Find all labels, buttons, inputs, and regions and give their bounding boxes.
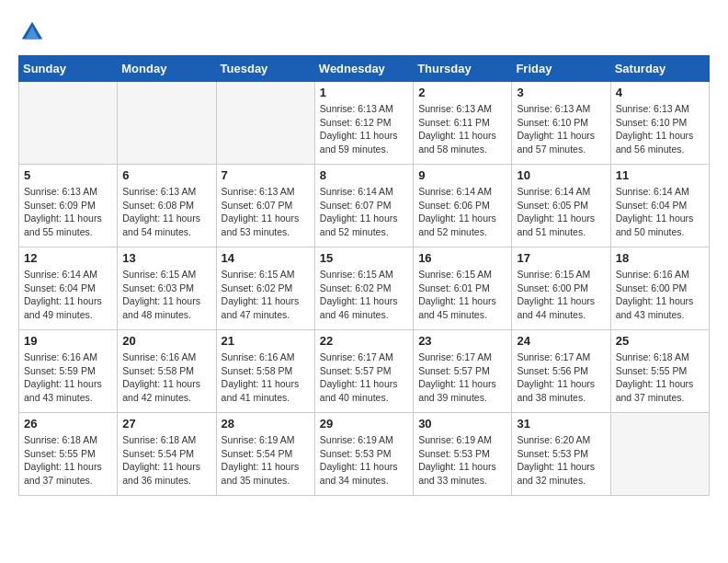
weekday-header-wednesday: Wednesday bbox=[314, 56, 413, 82]
calendar-cell: 6Sunrise: 6:13 AMSunset: 6:08 PMDaylight… bbox=[118, 165, 216, 247]
week-row-2: 5Sunrise: 6:13 AMSunset: 6:09 PMDaylight… bbox=[19, 165, 710, 247]
day-number: 6 bbox=[122, 168, 210, 182]
calendar-cell: 10Sunrise: 6:14 AMSunset: 6:05 PMDayligh… bbox=[512, 165, 610, 247]
day-number: 10 bbox=[517, 168, 605, 182]
calendar-cell: 23Sunrise: 6:17 AMSunset: 5:57 PMDayligh… bbox=[414, 330, 512, 413]
day-info: Sunrise: 6:13 AMSunset: 6:12 PMDaylight:… bbox=[320, 102, 408, 156]
calendar: SundayMondayTuesdayWednesdayThursdayFrid… bbox=[18, 55, 710, 496]
calendar-cell: 18Sunrise: 6:16 AMSunset: 6:00 PMDayligh… bbox=[610, 247, 709, 330]
day-number: 17 bbox=[517, 251, 605, 265]
day-number: 12 bbox=[24, 251, 112, 265]
page: SundayMondayTuesdayWednesdayThursdayFrid… bbox=[0, 0, 728, 514]
calendar-cell: 28Sunrise: 6:19 AMSunset: 5:54 PMDayligh… bbox=[216, 413, 314, 496]
week-row-3: 12Sunrise: 6:14 AMSunset: 6:04 PMDayligh… bbox=[19, 247, 710, 330]
day-number: 11 bbox=[616, 168, 704, 182]
calendar-cell: 8Sunrise: 6:14 AMSunset: 6:07 PMDaylight… bbox=[314, 165, 413, 247]
day-info: Sunrise: 6:16 AMSunset: 5:58 PMDaylight:… bbox=[222, 350, 310, 405]
day-number: 16 bbox=[418, 251, 506, 265]
weekday-header-row: SundayMondayTuesdayWednesdayThursdayFrid… bbox=[19, 56, 710, 82]
day-number: 9 bbox=[418, 168, 506, 182]
day-number: 25 bbox=[616, 334, 704, 348]
calendar-cell: 4Sunrise: 6:13 AMSunset: 6:10 PMDaylight… bbox=[610, 82, 709, 165]
day-info: Sunrise: 6:19 AMSunset: 5:53 PMDaylight:… bbox=[418, 433, 506, 488]
day-info: Sunrise: 6:14 AMSunset: 6:05 PMDaylight:… bbox=[517, 185, 605, 239]
calendar-cell: 25Sunrise: 6:18 AMSunset: 5:55 PMDayligh… bbox=[610, 330, 709, 413]
day-info: Sunrise: 6:16 AMSunset: 5:59 PMDaylight:… bbox=[24, 350, 112, 405]
day-info: Sunrise: 6:15 AMSunset: 6:03 PMDaylight:… bbox=[122, 268, 210, 322]
day-number: 3 bbox=[517, 86, 605, 99]
calendar-cell: 21Sunrise: 6:16 AMSunset: 5:58 PMDayligh… bbox=[216, 330, 314, 413]
day-number: 22 bbox=[320, 334, 408, 348]
calendar-cell: 14Sunrise: 6:15 AMSunset: 6:02 PMDayligh… bbox=[216, 247, 314, 330]
calendar-cell: 20Sunrise: 6:16 AMSunset: 5:58 PMDayligh… bbox=[118, 330, 216, 413]
calendar-cell: 27Sunrise: 6:18 AMSunset: 5:54 PMDayligh… bbox=[118, 413, 216, 496]
day-info: Sunrise: 6:13 AMSunset: 6:07 PMDaylight:… bbox=[222, 185, 310, 239]
day-number: 14 bbox=[222, 251, 310, 265]
weekday-header-thursday: Thursday bbox=[414, 56, 512, 82]
day-number: 19 bbox=[24, 334, 112, 348]
calendar-cell: 19Sunrise: 6:16 AMSunset: 5:59 PMDayligh… bbox=[19, 330, 118, 413]
day-info: Sunrise: 6:17 AMSunset: 5:56 PMDaylight:… bbox=[517, 350, 605, 405]
day-info: Sunrise: 6:13 AMSunset: 6:11 PMDaylight:… bbox=[418, 102, 506, 156]
day-number: 8 bbox=[320, 168, 408, 182]
day-info: Sunrise: 6:14 AMSunset: 6:04 PMDaylight:… bbox=[24, 268, 112, 322]
day-info: Sunrise: 6:18 AMSunset: 5:55 PMDaylight:… bbox=[616, 350, 704, 405]
day-number: 1 bbox=[320, 86, 408, 99]
day-info: Sunrise: 6:20 AMSunset: 5:53 PMDaylight:… bbox=[517, 433, 605, 488]
header bbox=[18, 18, 710, 46]
day-info: Sunrise: 6:13 AMSunset: 6:10 PMDaylight:… bbox=[517, 102, 605, 156]
calendar-cell: 12Sunrise: 6:14 AMSunset: 6:04 PMDayligh… bbox=[19, 247, 118, 330]
day-number: 7 bbox=[222, 168, 310, 182]
day-info: Sunrise: 6:17 AMSunset: 5:57 PMDaylight:… bbox=[418, 350, 506, 405]
day-number: 31 bbox=[517, 417, 605, 431]
day-number: 5 bbox=[24, 168, 112, 182]
calendar-cell: 31Sunrise: 6:20 AMSunset: 5:53 PMDayligh… bbox=[512, 413, 610, 496]
logo-icon bbox=[18, 18, 46, 46]
day-number: 24 bbox=[517, 334, 605, 348]
calendar-cell: 5Sunrise: 6:13 AMSunset: 6:09 PMDaylight… bbox=[19, 165, 118, 247]
day-number: 20 bbox=[122, 334, 210, 348]
calendar-cell: 22Sunrise: 6:17 AMSunset: 5:57 PMDayligh… bbox=[314, 330, 413, 413]
calendar-cell: 1Sunrise: 6:13 AMSunset: 6:12 PMDaylight… bbox=[314, 82, 413, 165]
day-number: 27 bbox=[122, 417, 210, 431]
calendar-cell: 29Sunrise: 6:19 AMSunset: 5:53 PMDayligh… bbox=[314, 413, 413, 496]
week-row-5: 26Sunrise: 6:18 AMSunset: 5:55 PMDayligh… bbox=[19, 413, 710, 496]
week-row-1: 1Sunrise: 6:13 AMSunset: 6:12 PMDaylight… bbox=[19, 82, 710, 165]
day-info: Sunrise: 6:18 AMSunset: 5:54 PMDaylight:… bbox=[122, 433, 210, 488]
day-number: 18 bbox=[616, 251, 704, 265]
day-info: Sunrise: 6:13 AMSunset: 6:08 PMDaylight:… bbox=[122, 185, 210, 239]
day-number: 29 bbox=[320, 417, 408, 431]
calendar-cell: 24Sunrise: 6:17 AMSunset: 5:56 PMDayligh… bbox=[512, 330, 610, 413]
day-info: Sunrise: 6:16 AMSunset: 5:58 PMDaylight:… bbox=[122, 350, 210, 405]
calendar-cell bbox=[216, 82, 314, 165]
weekday-header-tuesday: Tuesday bbox=[216, 56, 314, 82]
calendar-cell: 7Sunrise: 6:13 AMSunset: 6:07 PMDaylight… bbox=[216, 165, 314, 247]
day-info: Sunrise: 6:14 AMSunset: 6:07 PMDaylight:… bbox=[320, 185, 408, 239]
day-number: 26 bbox=[24, 417, 112, 431]
calendar-cell: 2Sunrise: 6:13 AMSunset: 6:11 PMDaylight… bbox=[414, 82, 512, 165]
calendar-cell bbox=[610, 413, 709, 496]
day-number: 4 bbox=[616, 86, 704, 99]
day-info: Sunrise: 6:16 AMSunset: 6:00 PMDaylight:… bbox=[616, 268, 704, 322]
calendar-cell: 30Sunrise: 6:19 AMSunset: 5:53 PMDayligh… bbox=[414, 413, 512, 496]
day-info: Sunrise: 6:15 AMSunset: 6:02 PMDaylight:… bbox=[222, 268, 310, 322]
calendar-cell: 17Sunrise: 6:15 AMSunset: 6:00 PMDayligh… bbox=[512, 247, 610, 330]
day-number: 30 bbox=[418, 417, 506, 431]
calendar-cell: 11Sunrise: 6:14 AMSunset: 6:04 PMDayligh… bbox=[610, 165, 709, 247]
day-number: 15 bbox=[320, 251, 408, 265]
calendar-cell: 16Sunrise: 6:15 AMSunset: 6:01 PMDayligh… bbox=[414, 247, 512, 330]
day-info: Sunrise: 6:15 AMSunset: 6:01 PMDaylight:… bbox=[418, 268, 506, 322]
day-info: Sunrise: 6:19 AMSunset: 5:54 PMDaylight:… bbox=[222, 433, 310, 488]
calendar-cell: 9Sunrise: 6:14 AMSunset: 6:06 PMDaylight… bbox=[414, 165, 512, 247]
day-number: 28 bbox=[222, 417, 310, 431]
calendar-cell: 15Sunrise: 6:15 AMSunset: 6:02 PMDayligh… bbox=[314, 247, 413, 330]
weekday-header-sunday: Sunday bbox=[19, 56, 118, 82]
day-number: 21 bbox=[222, 334, 310, 348]
calendar-cell: 13Sunrise: 6:15 AMSunset: 6:03 PMDayligh… bbox=[118, 247, 216, 330]
calendar-cell bbox=[19, 82, 118, 165]
calendar-cell bbox=[118, 82, 216, 165]
day-number: 23 bbox=[418, 334, 506, 348]
day-number: 13 bbox=[122, 251, 210, 265]
calendar-cell: 3Sunrise: 6:13 AMSunset: 6:10 PMDaylight… bbox=[512, 82, 610, 165]
weekday-header-saturday: Saturday bbox=[610, 56, 709, 82]
